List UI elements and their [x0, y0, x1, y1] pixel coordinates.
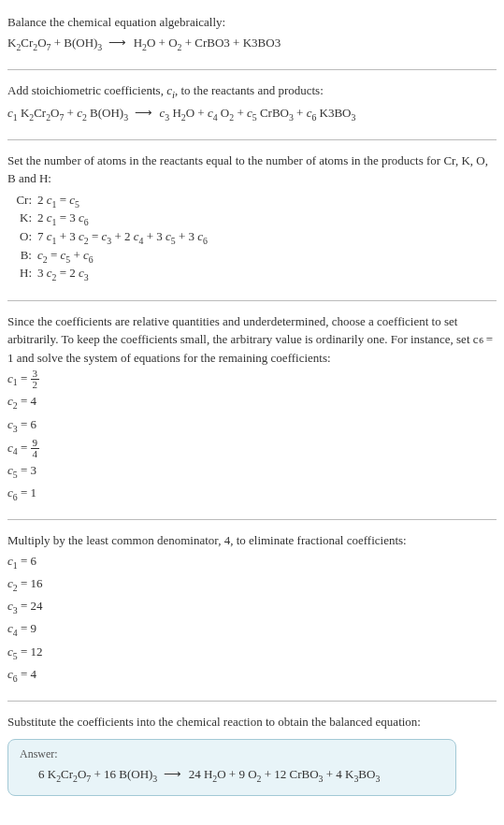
multiply-section: Multiply by the least common denominator…: [7, 526, 497, 695]
element-label: K:: [7, 210, 37, 228]
sol-line: c1 = 32: [7, 369, 497, 390]
frac-den: 2: [31, 380, 40, 390]
table-row: H:3 c2 = 2 c3: [7, 265, 213, 283]
table-row: B:c2 = c5 + c6: [7, 247, 213, 266]
stoich-section: Add stoichiometric coefficients, ci, to …: [7, 76, 497, 134]
divider: [7, 519, 497, 520]
sol-line: c5 = 3: [7, 461, 497, 482]
underdet-text: Since the coefficients are relative quan…: [7, 312, 497, 368]
divider: [7, 701, 497, 702]
sol-line: c1 = 6: [7, 552, 497, 572]
subst-text: Substitute the coefficients into the che…: [7, 713, 497, 731]
stoich-intro: Add stoichiometric coefficients, ci, to …: [7, 81, 497, 102]
divider: [7, 300, 497, 301]
mult-text: Multiply by the least common denominator…: [7, 531, 497, 550]
sol-line: c4 = 94: [7, 438, 497, 459]
sol-val: 24: [31, 599, 43, 613]
balance-eq: 2 c1 = 3 c6: [37, 210, 213, 228]
sol-line: c4 = 9: [7, 619, 497, 640]
balance-eq: 2 c1 = c5: [37, 192, 213, 210]
divider: [7, 69, 497, 70]
element-label: B:: [7, 247, 37, 266]
ci-var: ci: [166, 83, 175, 97]
sol-val: 9: [31, 621, 37, 635]
balance-eq: 7 c1 + 3 c2 = c3 + 2 c4 + 3 c5 + 3 c6: [37, 228, 213, 247]
sol-line: c5 = 12: [7, 643, 497, 663]
table-row: Cr:2 c1 = c5: [7, 192, 213, 210]
sol-val: 3: [31, 463, 37, 477]
answer-box: Answer: 6 K2Cr2O7 + 16 B(OH)3 ⟶ 24 H2O +…: [7, 739, 456, 796]
sol-line: c3 = 6: [7, 415, 497, 436]
underdetermined-section: Since the coefficients are relative quan…: [7, 307, 497, 514]
table-row: K:2 c1 = 3 c6: [7, 210, 213, 228]
element-label: H:: [7, 265, 37, 283]
fraction: 94: [31, 438, 40, 459]
balance-eq: c2 = c5 + c6: [37, 247, 213, 266]
table-row: O:7 c1 + 3 c2 = c3 + 2 c4 + 3 c5 + 3 c6: [7, 228, 213, 247]
sol-line: c2 = 4: [7, 392, 497, 412]
arrow-icon: ⟶: [131, 106, 156, 120]
atoms-intro: Set the number of atoms in the reactants…: [7, 152, 497, 188]
sol-line: c2 = 16: [7, 574, 497, 595]
page-title: Balance the chemical equation algebraica…: [7, 13, 497, 32]
sol-val: 12: [31, 644, 43, 659]
unbalanced-equation: K2Cr2O7 + B(OH)3 ⟶ H2O + O2 + CrBO3 + K3…: [7, 34, 497, 54]
frac-den: 4: [31, 449, 40, 459]
answer-label: Answer:: [20, 747, 444, 761]
divider: [7, 139, 497, 140]
sol-val: 1: [31, 485, 37, 499]
substitute-section: Substitute the coefficients into the che…: [7, 707, 497, 809]
eq1-lhs: K2Cr2O7 + B(OH)3: [7, 36, 102, 50]
sol-line: c6 = 4: [7, 665, 497, 686]
atom-balance-section: Set the number of atoms in the reactants…: [7, 146, 497, 295]
element-label: Cr:: [7, 192, 37, 210]
arrow-icon: ⟶: [160, 767, 185, 781]
element-label: O:: [7, 228, 37, 247]
arrow-icon: ⟶: [105, 36, 130, 50]
sol-val: 6: [31, 417, 37, 431]
sol-val: 4: [31, 394, 37, 408]
frac-num: 9: [31, 438, 40, 449]
stoich-text: Add stoichiometric coefficients,: [7, 83, 164, 97]
atom-balance-table: Cr:2 c1 = c5 K:2 c1 = 3 c6 O:7 c1 + 3 c2…: [7, 192, 213, 283]
sol-val: 4: [31, 667, 37, 681]
balance-eq: 3 c2 = 2 c3: [37, 265, 213, 283]
sol-line: c3 = 24: [7, 597, 497, 617]
eq1-rhs: H2O + O2 + CrBO3 + K3BO3: [134, 36, 281, 50]
fraction: 32: [31, 369, 40, 390]
sol-line: c6 = 1: [7, 484, 497, 504]
title-section: Balance the chemical equation algebraica…: [7, 7, 497, 64]
sol-val: 6: [31, 554, 37, 568]
balanced-equation: 6 K2Cr2O7 + 16 B(OH)3 ⟶ 24 H2O + 9 O2 + …: [20, 765, 444, 786]
sol-val: 16: [31, 576, 43, 590]
stoich-after: , to the reactants and products:: [175, 83, 324, 97]
stoich-equation: c1 K2Cr2O7 + c2 B(OH)3 ⟶ c3 H2O + c4 O2 …: [7, 104, 497, 124]
